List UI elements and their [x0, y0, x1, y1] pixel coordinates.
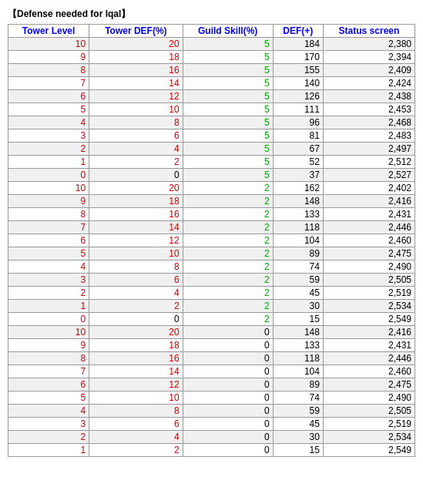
- guild-skill-cell: 5: [183, 103, 273, 116]
- tower-def-cell: 6: [89, 418, 183, 431]
- guild-skill-cell: 2: [183, 182, 273, 195]
- guild-skill-cell: 2: [183, 274, 273, 287]
- guild-skill-cell: 5: [183, 90, 273, 103]
- tower-level-cell: 0: [8, 169, 89, 182]
- def-plus-cell: 133: [273, 339, 323, 352]
- tower-def-cell: 2: [89, 156, 183, 169]
- status-screen-cell: 2,460: [323, 234, 415, 247]
- guild-skill-cell: 5: [183, 77, 273, 90]
- table-row: 122302,534: [8, 300, 415, 313]
- tower-level-cell: 4: [8, 116, 89, 129]
- tower-level-cell: 7: [8, 365, 89, 378]
- status-screen-cell: 2,402: [323, 182, 415, 195]
- tower-def-cell: 2: [89, 300, 183, 313]
- guild-skill-cell: 0: [183, 405, 273, 418]
- tower-def-cell: 2: [89, 444, 183, 457]
- tower-level-cell: 4: [8, 405, 89, 418]
- table-row: 365812,483: [8, 129, 415, 143]
- guild-skill-cell: 0: [183, 431, 273, 444]
- table-row: 480592,505: [8, 405, 415, 418]
- table-row: 102051842,380: [8, 38, 415, 51]
- table-row: 005372,527: [8, 169, 415, 182]
- tower-level-cell: 8: [8, 64, 89, 77]
- column-header: DEF(+): [273, 25, 323, 38]
- table-row: 71401042,460: [8, 365, 415, 378]
- column-header: Tower Level: [8, 25, 89, 38]
- tower-def-cell: 0: [89, 169, 183, 182]
- status-screen-cell: 2,424: [323, 77, 415, 90]
- column-header: Status screen: [323, 25, 415, 38]
- table-row: 81651552,409: [8, 64, 415, 77]
- guild-skill-cell: 0: [183, 378, 273, 391]
- guild-skill-cell: 2: [183, 208, 273, 221]
- guild-skill-cell: 5: [183, 116, 273, 129]
- status-screen-cell: 2,453: [323, 103, 415, 116]
- def-plus-cell: 59: [273, 405, 323, 418]
- table-row: 91801332,431: [8, 339, 415, 352]
- tower-def-cell: 16: [89, 64, 183, 77]
- guild-skill-cell: 0: [183, 391, 273, 405]
- def-plus-cell: 52: [273, 156, 323, 169]
- table-row: 360452,519: [8, 418, 415, 431]
- guild-skill-cell: 5: [183, 64, 273, 77]
- table-row: 71421182,446: [8, 221, 415, 234]
- status-screen-cell: 2,416: [323, 195, 415, 208]
- status-screen-cell: 2,534: [323, 300, 415, 313]
- tower-level-cell: 1: [8, 444, 89, 457]
- tower-level-cell: 4: [8, 260, 89, 274]
- tower-def-cell: 16: [89, 352, 183, 365]
- tower-def-cell: 14: [89, 365, 183, 378]
- tower-def-cell: 10: [89, 391, 183, 405]
- tower-level-cell: 10: [8, 38, 89, 51]
- tower-level-cell: 9: [8, 51, 89, 64]
- guild-skill-cell: 2: [183, 287, 273, 300]
- guild-skill-cell: 5: [183, 129, 273, 143]
- table-row: 102021622,402: [8, 182, 415, 195]
- table-row: 002152,549: [8, 313, 415, 326]
- tower-def-cell: 16: [89, 208, 183, 221]
- guild-skill-cell: 5: [183, 156, 273, 169]
- status-screen-cell: 2,416: [323, 326, 415, 339]
- def-plus-cell: 118: [273, 221, 323, 234]
- table-row: 240302,534: [8, 431, 415, 444]
- status-screen-cell: 2,460: [323, 365, 415, 378]
- defense-table: Tower LevelTower DEF(%)Guild Skill(%)DEF…: [8, 24, 415, 457]
- column-header: Guild Skill(%): [183, 25, 273, 38]
- tower-def-cell: 18: [89, 195, 183, 208]
- def-plus-cell: 155: [273, 64, 323, 77]
- status-screen-cell: 2,534: [323, 431, 415, 444]
- guild-skill-cell: 0: [183, 339, 273, 352]
- guild-skill-cell: 2: [183, 234, 273, 247]
- status-screen-cell: 2,497: [323, 143, 415, 156]
- def-plus-cell: 118: [273, 352, 323, 365]
- def-plus-cell: 15: [273, 313, 323, 326]
- status-screen-cell: 2,446: [323, 352, 415, 365]
- def-plus-cell: 67: [273, 143, 323, 156]
- column-header: Tower DEF(%): [89, 25, 183, 38]
- tower-level-cell: 3: [8, 418, 89, 431]
- table-row: 125522,512: [8, 156, 415, 169]
- tower-level-cell: 1: [8, 156, 89, 169]
- def-plus-cell: 111: [273, 103, 323, 116]
- tower-def-cell: 8: [89, 116, 183, 129]
- status-screen-cell: 2,505: [323, 274, 415, 287]
- tower-level-cell: 10: [8, 182, 89, 195]
- status-screen-cell: 2,475: [323, 378, 415, 391]
- status-screen-cell: 2,549: [323, 444, 415, 457]
- def-plus-cell: 59: [273, 274, 323, 287]
- table-row: 61221042,460: [8, 234, 415, 247]
- def-plus-cell: 96: [273, 116, 323, 129]
- tower-def-cell: 4: [89, 431, 183, 444]
- tower-level-cell: 9: [8, 339, 89, 352]
- tower-def-cell: 14: [89, 221, 183, 234]
- table-row: 120152,549: [8, 444, 415, 457]
- tower-def-cell: 6: [89, 129, 183, 143]
- guild-skill-cell: 2: [183, 247, 273, 260]
- guild-skill-cell: 0: [183, 365, 273, 378]
- table-row: 482742,490: [8, 260, 415, 274]
- guild-skill-cell: 2: [183, 195, 273, 208]
- guild-skill-cell: 2: [183, 260, 273, 274]
- tower-level-cell: 9: [8, 195, 89, 208]
- tower-level-cell: 7: [8, 77, 89, 90]
- status-screen-cell: 2,409: [323, 64, 415, 77]
